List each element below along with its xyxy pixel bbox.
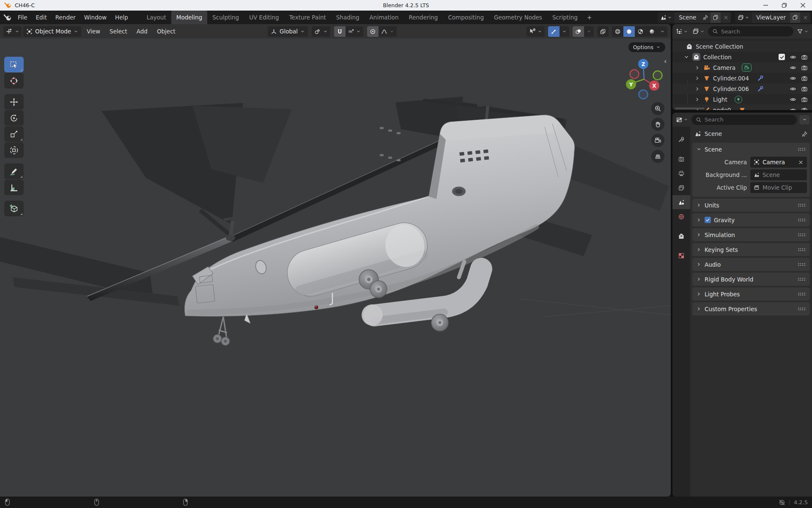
disable-render-icon[interactable]: [801, 75, 808, 82]
network-offline-icon[interactable]: [779, 499, 785, 506]
snap-target-dropdown[interactable]: [346, 26, 363, 37]
expand-icon[interactable]: [694, 86, 700, 92]
options-button[interactable]: Options: [628, 42, 665, 52]
shading-wireframe-button[interactable]: [612, 26, 623, 37]
shading-material-button[interactable]: [635, 26, 646, 37]
tab-shading[interactable]: Shading: [331, 11, 365, 24]
camera-field[interactable]: Camera: [750, 157, 807, 168]
sidebar-collapse-arrow[interactable]: ‹: [664, 58, 667, 65]
minimize-button[interactable]: [756, 0, 775, 11]
tool-measure[interactable]: [4, 179, 24, 195]
properties-options-button[interactable]: [799, 115, 809, 124]
gizmo-axis-neg-z[interactable]: [639, 90, 648, 99]
outliner-horizontal-scrollbar[interactable]: [675, 108, 705, 109]
restore-button[interactable]: [775, 0, 793, 11]
tab-output[interactable]: [672, 166, 690, 180]
keying-sets-panel[interactable]: Keying Sets: [692, 243, 810, 256]
hide-eye-icon[interactable]: [790, 54, 796, 61]
viewport-menu-view[interactable]: View: [83, 24, 104, 39]
disable-render-icon[interactable]: [801, 107, 808, 110]
transform-orientation-dropdown[interactable]: Global: [268, 26, 308, 37]
tool-move[interactable]: [4, 94, 24, 110]
clear-camera-icon[interactable]: [798, 160, 804, 165]
viewport-canvas[interactable]: Options: [0, 39, 671, 497]
properties-search-input[interactable]: Search: [691, 115, 797, 125]
delete-scene-button[interactable]: [721, 12, 731, 23]
disable-render-icon[interactable]: [801, 96, 808, 103]
overlays-dropdown[interactable]: [584, 26, 594, 37]
expand-icon[interactable]: [683, 54, 689, 60]
expand-icon[interactable]: [694, 65, 700, 71]
tab-collection[interactable]: [672, 229, 690, 243]
tab-world[interactable]: [672, 210, 690, 224]
hide-eye-icon[interactable]: [790, 75, 796, 82]
panel-drag-handle[interactable]: [798, 307, 806, 311]
hide-eye-icon[interactable]: [790, 86, 796, 92]
tab-texture-paint[interactable]: Texture Paint: [284, 11, 331, 24]
tab-sculpting[interactable]: Sculpting: [207, 11, 244, 24]
object-visibility-dropdown[interactable]: [527, 26, 545, 37]
new-viewlayer-button[interactable]: [790, 12, 800, 23]
viewlayer-selector[interactable]: ViewLayer: [735, 12, 810, 23]
tab-scripting[interactable]: Scripting: [547, 11, 583, 24]
xray-toggle[interactable]: [597, 26, 609, 37]
proportional-falloff-dropdown[interactable]: [379, 26, 396, 37]
menu-render[interactable]: Render: [51, 11, 80, 24]
tab-view-layer[interactable]: [672, 181, 690, 195]
proportional-editing-toggle[interactable]: [367, 26, 379, 37]
gravity-checkbox[interactable]: [705, 217, 711, 223]
scene-selector[interactable]: Scene: [658, 12, 731, 23]
viewport-menu-select[interactable]: Select: [106, 24, 131, 39]
outliner-row-scene-collection[interactable]: Scene Collection: [672, 41, 812, 52]
gravity-panel[interactable]: Gravity: [692, 213, 810, 226]
viewport-zoom-button[interactable]: [651, 102, 664, 115]
disable-render-icon[interactable]: [801, 54, 808, 61]
outliner-row-light[interactable]: Light: [672, 94, 812, 105]
outliner-display-mode-button[interactable]: [691, 28, 705, 35]
viewport-camera-view-button[interactable]: [651, 134, 664, 147]
expand-icon[interactable]: [694, 97, 700, 102]
viewport-menu-object[interactable]: Object: [153, 24, 179, 39]
tab-animation[interactable]: Animation: [365, 11, 404, 24]
show-overlays-toggle[interactable]: [573, 26, 584, 37]
blender-menu-icon[interactable]: [3, 14, 12, 21]
units-panel[interactable]: Units: [692, 199, 810, 212]
rigid-body-world-panel[interactable]: Rigid Body World: [692, 273, 810, 286]
tab-texture[interactable]: [672, 248, 690, 262]
scene-panel-header[interactable]: Scene: [692, 143, 810, 156]
tool-transform[interactable]: [4, 142, 24, 158]
active-clip-field[interactable]: Movie Clip: [750, 182, 807, 193]
outliner-row-camera[interactable]: Camera: [672, 62, 812, 73]
snap-toggle[interactable]: [334, 26, 346, 37]
outliner-row-cylinder-004[interactable]: Cylinder.004: [672, 73, 812, 83]
gizmo-dropdown[interactable]: [560, 26, 569, 37]
viewport-pan-button[interactable]: [651, 118, 664, 131]
tab-modeling[interactable]: Modeling: [171, 11, 207, 24]
properties-editor-type-button[interactable]: [675, 116, 689, 123]
hide-eye-icon[interactable]: [790, 96, 796, 103]
pivot-point-dropdown[interactable]: [312, 26, 330, 37]
expand-icon[interactable]: [694, 75, 700, 81]
background-scene-field[interactable]: Scene: [750, 169, 807, 180]
panel-drag-handle[interactable]: [798, 248, 806, 251]
hide-eye-icon[interactable]: [790, 64, 796, 71]
tool-select-box[interactable]: [4, 57, 24, 72]
audio-panel[interactable]: Audio: [692, 258, 810, 271]
menu-edit[interactable]: Edit: [32, 11, 51, 24]
panel-drag-handle[interactable]: [798, 233, 806, 237]
simulation-panel[interactable]: Simulation: [692, 228, 810, 241]
viewport-menu-add[interactable]: Add: [133, 24, 151, 39]
shading-rendered-button[interactable]: [646, 26, 658, 37]
tool-3d-cursor[interactable]: [4, 73, 24, 88]
tool-annotate[interactable]: [4, 163, 24, 179]
gizmo-axis-neg-x[interactable]: [630, 70, 639, 79]
panel-drag-handle[interactable]: [798, 278, 806, 281]
mode-dropdown[interactable]: Object Mode: [23, 26, 81, 37]
outliner-row-cylinder-006[interactable]: Cylinder.006: [672, 83, 812, 94]
collection-exclude-checkbox[interactable]: [779, 54, 785, 60]
tool-rotate[interactable]: [4, 110, 24, 126]
tab-compositing[interactable]: Compositing: [443, 11, 489, 24]
light-probes-panel[interactable]: Light Probes: [692, 287, 810, 301]
tab-tool[interactable]: [672, 133, 690, 146]
panel-drag-handle[interactable]: [798, 263, 806, 266]
